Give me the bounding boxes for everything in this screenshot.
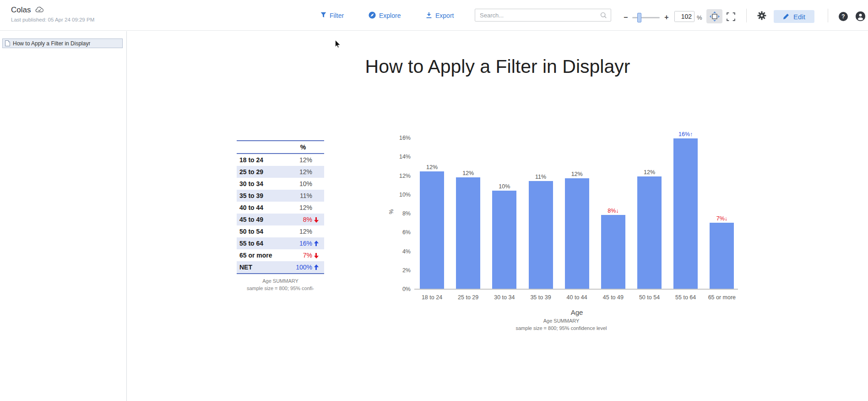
row-value: 12%: [282, 204, 324, 211]
bar-data-label: 12%: [644, 169, 655, 176]
edit-button[interactable]: Edit: [774, 10, 814, 23]
sidebar-page-label: How to Apply a Filter in Displayr: [13, 40, 90, 47]
chart-footnote-line1: Age SUMMARY: [543, 318, 580, 324]
y-axis-tick-label: 12%: [389, 173, 411, 179]
row-label: 18 to 24: [237, 155, 282, 165]
significance-arrow-down-icon: [313, 253, 319, 258]
row-value: 16%: [282, 240, 324, 247]
age-summary-table: % 18 to 2412%25 to 2912%30 to 3410%35 to…: [237, 140, 324, 292]
x-axis-category-label: 50 to 54: [639, 294, 660, 301]
row-label: 40 to 44: [237, 203, 282, 213]
y-axis-tick-label: 8%: [389, 210, 411, 217]
y-axis-tick-label: 14%: [389, 154, 411, 160]
mouse-cursor: [335, 40, 341, 49]
table-row: 50 to 5412%: [237, 225, 324, 237]
bar-data-label: 12%: [426, 164, 438, 170]
top-bar: Colas Last published: 05 Apr 24 09:29 PM…: [0, 0, 868, 31]
table-footnote-line1: Age SUMMARY: [237, 277, 324, 285]
table-row: 30 to 3410%: [237, 178, 324, 190]
significance-arrow-up-icon: [313, 241, 319, 247]
edit-label: Edit: [793, 13, 805, 21]
page-title: How to Apply a Filter in Displayr: [127, 56, 868, 77]
cloud-sync-icon: [35, 6, 44, 15]
zoom-controls: − +: [624, 10, 669, 25]
search-input[interactable]: [475, 12, 600, 19]
account-button[interactable]: [856, 11, 865, 21]
row-label: NET: [237, 262, 282, 273]
bar-30 to 34: [492, 191, 516, 289]
bar-data-label: 11%: [535, 174, 546, 180]
bar-45 to 49: [601, 215, 625, 289]
y-axis-tick-label: 6%: [389, 229, 411, 236]
displayr-viewer: Colas Last published: 05 Apr 24 09:29 PM…: [0, 0, 868, 401]
explore-label: Explore: [379, 12, 401, 19]
row-label: 30 to 34: [237, 179, 282, 189]
question-mark-icon: ?: [841, 13, 845, 20]
chart-plot-area: 12%12%10%11%12%8%↓12%16%↑7%↓: [414, 133, 738, 290]
explore-button[interactable]: Explore: [369, 11, 401, 21]
zoom-slider[interactable]: [632, 17, 660, 18]
bar-data-label: 7%↓: [716, 215, 727, 222]
pencil-icon: [783, 13, 789, 20]
table-row: NET100%: [237, 261, 324, 273]
bar-data-label: 8%↓: [608, 208, 618, 214]
table-footnote-line2: sample size = 800; 95% confi-: [237, 285, 324, 292]
x-axis-category-label: 65 or more: [708, 294, 736, 301]
row-value: 12%: [282, 168, 324, 176]
document-title: Colas: [11, 5, 31, 15]
table-value-column-header: %: [282, 143, 324, 151]
zoom-percent-sign: %: [697, 14, 702, 21]
chart-footnote-line2: sample size = 800; 95% confidence level: [515, 325, 607, 331]
bar-data-label: 12%: [462, 170, 474, 176]
table-row: 35 to 3911%: [237, 190, 324, 202]
gear-icon: [757, 11, 766, 20]
x-axis-category-label: 45 to 49: [603, 294, 624, 301]
export-label: Export: [435, 12, 454, 19]
x-axis-category-label: 25 to 29: [458, 294, 478, 301]
last-published-text: Last published: 05 Apr 24 09:29 PM: [11, 17, 94, 22]
row-value: 12%: [282, 228, 324, 235]
bar-data-label: 12%: [571, 171, 583, 177]
table-body: 18 to 2412%25 to 2912%30 to 3410%35 to 3…: [237, 154, 324, 274]
fullscreen-button[interactable]: [725, 11, 736, 22]
zoom-in-button[interactable]: +: [664, 14, 668, 21]
x-axis-category-label: 40 to 44: [567, 294, 587, 301]
page-document-icon: [5, 40, 10, 46]
zoom-slider-handle[interactable]: [637, 13, 641, 22]
table-header-row: %: [237, 140, 324, 154]
export-button[interactable]: Export: [426, 11, 454, 21]
row-value: 12%: [282, 156, 324, 164]
significance-arrow-down-icon: [313, 217, 319, 223]
fit-to-page-button[interactable]: [706, 9, 722, 23]
row-label: 65 or more: [237, 250, 282, 261]
zoom-level-input[interactable]: [675, 11, 694, 22]
user-avatar-icon: [856, 11, 865, 21]
zoom-out-button[interactable]: −: [624, 14, 628, 21]
row-value: 10%: [282, 180, 324, 187]
zoom-level-box: [674, 11, 694, 22]
toolbar-divider: [746, 9, 747, 22]
y-axis-tick-label: 0%: [389, 286, 411, 292]
x-axis-category-label: 30 to 34: [494, 294, 515, 301]
sidebar-page-item[interactable]: How to Apply a Filter in Displayr: [2, 38, 123, 48]
bar-35 to 39: [529, 181, 553, 289]
settings-button[interactable]: [756, 10, 767, 21]
row-value: 100%: [282, 264, 324, 271]
x-axis-category-label: 55 to 64: [675, 294, 696, 301]
row-value: 11%: [282, 192, 324, 199]
y-axis-tick-label: 10%: [389, 192, 411, 198]
table-row: 65 or more7%: [237, 249, 324, 261]
y-axis-tick-label: 2%: [389, 267, 411, 274]
filter-icon: [320, 12, 326, 19]
help-button[interactable]: ?: [839, 12, 848, 21]
search-icon: [600, 12, 607, 19]
table-row: 45 to 498%: [237, 214, 324, 225]
fit-to-page-icon: [710, 11, 720, 22]
y-axis-tick-label: 16%: [389, 135, 411, 141]
table-row: 55 to 6416%: [237, 237, 324, 249]
table-row: 40 to 4412%: [237, 202, 324, 214]
bar-data-label: 16%↑: [678, 131, 693, 137]
bar-25 to 29: [456, 177, 480, 289]
y-axis-tick-label: 4%: [389, 248, 411, 255]
filter-button[interactable]: Filter: [320, 11, 344, 21]
